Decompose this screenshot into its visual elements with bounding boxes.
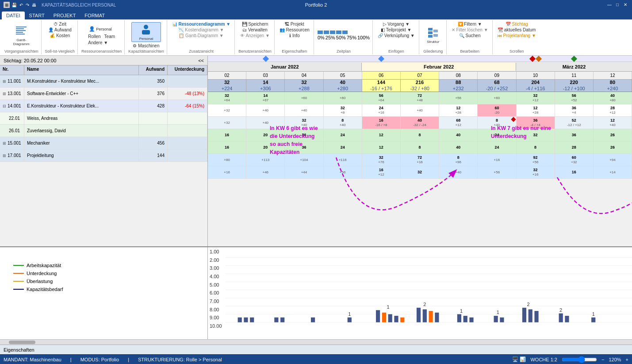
stichtag-button[interactable]: 📅 Stichtag [504,21,529,27]
horizontal-scrollbar[interactable] [0,339,632,345]
tab-format[interactable]: FORMAT [80,11,109,19]
zeit-button[interactable]: ⏱ Zeit [52,21,68,27]
week-05: 05 [324,72,362,79]
progress-25[interactable] [324,31,329,34]
projektanfang-button[interactable]: ⏮ Projektanfang ▼ [496,33,537,38]
dc-17001-03: +46 [246,166,285,178]
status-separator-1: | [70,357,72,362]
zoom-minus[interactable]: − [601,357,604,362]
group-content-einfugen: ▷ Vorgang ▼ ◧ Teilprojekt ▼ 🔗 Verknüpfun… [376,21,416,49]
bar-06-5 [400,318,404,322]
dc-2201-12: 26 [594,129,632,141]
suchen-button[interactable]: 🔍 Suchen [458,33,482,38]
save-icon[interactable]: 💾 [11,3,17,8]
window-controls[interactable]: — □ ✕ [606,2,628,8]
undo-icon[interactable]: ↶ [19,3,23,8]
filtern-button[interactable]: 🔽 Filtern ▼ [456,21,483,27]
gantt-zusatz-button[interactable]: 📋 Gantt-Diagramm ▼ [177,33,225,38]
personal-kapazitat-button[interactable]: Personal [131,22,161,42]
expand-icon-17001[interactable]: ⊞ [3,153,6,158]
maschinen-button[interactable]: ⚙ Maschinen [131,43,161,49]
expand-icon-13001[interactable]: ⊞ [3,92,6,96]
dc-2601-03: 20 [246,142,285,153]
aktuelles-datum-button[interactable]: 📆 aktuelles Datum [496,27,537,33]
filter-loschen-button[interactable]: ✕ Filter löschen ▼ [450,27,490,33]
kostendiagramm-button[interactable]: 📉 Kostendiagramm ▼ [177,27,225,33]
group-content-kapazitat: Personal ⚙ Maschinen [131,21,161,49]
ressourcen-button[interactable]: 👥 Ressourcen [278,27,311,33]
group-content-benutzer: 💾 Speichern 🗂 Verwalten 👁 Anzeigen ▼ [239,21,271,49]
cell-aufwand-17001: 144 [139,149,168,161]
minimize-button[interactable]: — [606,2,613,8]
eigenschaften-label: Eigenschaften [4,347,34,353]
stichtag-nav[interactable]: << [198,58,204,63]
data-row-2201: 16 20 36 24 12 8 40 24 32 36 26 [208,129,632,142]
dc-2201-11: 36 [555,129,594,141]
progress-75[interactable] [336,31,341,34]
progress-100[interactable] [342,31,348,34]
verknupfung-button[interactable]: 🔗 Verknüpfung ▼ [376,33,416,38]
bar-12-1 [591,318,595,322]
table-row: 26.01 Zuverlaessig, David [0,125,207,137]
table-row: ⊞17.001 Projektleitung 144 [0,149,207,162]
scrollbar-thumb[interactable] [9,341,35,344]
tab-datei[interactable]: DATEI [2,11,25,19]
anzeigen-button[interactable]: 👁 Anzeigen ▼ [239,33,271,38]
team-button[interactable]: Team [103,34,116,39]
aufwand-button[interactable]: 👤 Aufwand [47,27,73,33]
bar-09-1 [494,316,498,322]
bar-06-4 [394,316,398,322]
info-button[interactable]: ℹ Info [288,33,301,38]
personal-resource-button[interactable]: 👤 Personal [87,25,116,33]
close-button[interactable]: ✕ [622,2,628,8]
dc-13001-06: 24+16 [362,104,401,116]
gantt-diagramm-button[interactable]: Gantt-Diagramm [11,23,32,47]
zoom-plus[interactable]: + [626,357,628,362]
tab-start[interactable]: START [25,11,49,19]
legend-line-navy [13,289,24,290]
vorgang-button[interactable]: ▷ Vorgang ▼ [382,21,411,27]
group-label-bearbeiten: Bearbeiten [460,49,479,54]
redo-icon[interactable]: ↷ [26,3,29,8]
rollen-button[interactable]: Rollen [87,34,102,39]
maximize-button[interactable]: □ [614,2,621,8]
tab-projekt[interactable]: PROJEKT [49,11,80,19]
expand-icon-15001[interactable]: ⊞ [3,141,6,146]
dc-13001-08: 12+28 [439,104,478,116]
dc-14001-02: +32 [208,117,246,129]
dc-15001-06: 32+76 [362,154,401,166]
dc-2201-05: 24 [324,129,362,141]
zoom-slider[interactable] [562,356,597,363]
month-feb: Februar 2022 [362,63,516,71]
dc-17001-10: 32+16 [517,166,555,178]
sum-10: 204-4 / +116 [517,80,555,92]
teilprojekt-button[interactable]: ◧ Teilprojekt ▼ [379,27,413,33]
ressourcendiagramm-button[interactable]: 📊 Ressourcendiagramm ▼ [171,21,232,27]
group-content-eigen: 🏗 Projekt 👥 Ressourcen ℹ Info [278,21,311,49]
y-9: 9.00 [210,315,224,320]
speichern-button[interactable]: 💾 Speichern [241,21,270,27]
print-icon[interactable]: 🖶 [32,3,36,8]
kosten-button[interactable]: 💰 Kosten [48,33,71,38]
group-soll-ist: ⏱ Zeit 👤 Aufwand 💰 Kosten Soll-Ist-Vergl… [42,20,78,54]
progress-50[interactable] [330,31,335,34]
verwalten-button[interactable]: 🗂 Verwalten [241,27,269,33]
bar-10-2 [529,309,532,322]
expand-icon-11001[interactable]: ⊞ [3,79,6,84]
summary-row: 32+224 14+306 32+288 40+280 144-16 / +17… [208,80,632,92]
progress-0[interactable] [318,31,323,34]
expand-icon-14001[interactable]: ⊟ [3,104,6,108]
title-bar-left: ▦ 💾 ↶ ↷ 🖶 KAPAZITÄTSABGLEICH PERSONAL [4,2,116,8]
dc-14001-08: 68+12 [439,117,478,129]
bar-07-2 [423,309,427,322]
andere-button[interactable]: Andere ▼ [87,40,116,46]
legend-line-yellow [13,281,24,282]
projekt-button[interactable]: 🏗 Projekt [283,21,306,27]
week-08: 08 [439,72,478,79]
bar-label-09: 1 [497,310,499,315]
dc-2601-11: 28 [555,142,594,153]
struktur-button[interactable]: Struktur [424,25,442,45]
dc-13001-02: +32 [208,104,246,116]
svg-rect-1 [16,28,24,29]
dc-2601-04: 36 [285,142,323,153]
